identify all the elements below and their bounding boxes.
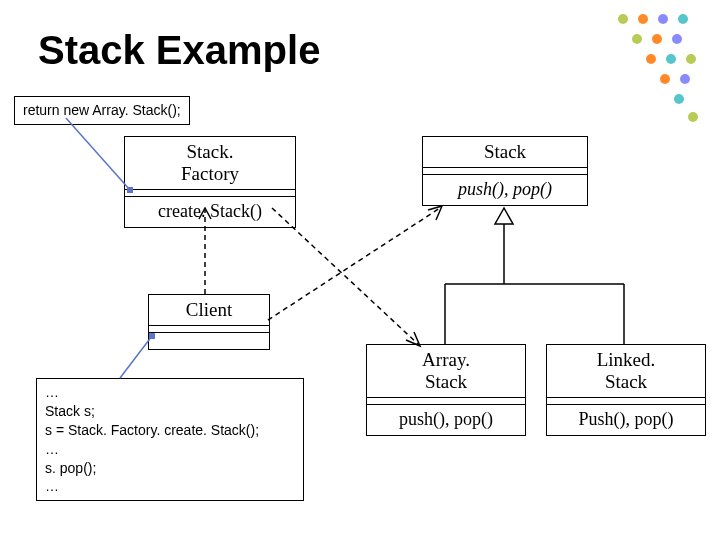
class-attr-compartment [149,326,269,333]
class-name: Linked. Stack [547,345,705,398]
client-note-line: … [45,477,295,496]
class-linked-stack: Linked. Stack Push(), pop() [546,344,706,436]
class-attr-compartment [125,190,295,197]
class-name: Stack [423,137,587,168]
class-attr-compartment [423,168,587,175]
class-client: Client [148,294,270,350]
client-note-line: Stack s; [45,402,295,421]
client-note-line: s. pop(); [45,459,295,478]
corner-dots [578,8,708,128]
class-ops: push(), pop() [423,175,587,205]
client-note-line: … [45,440,295,459]
class-ops: create. Stack() [125,197,295,227]
client-note-line: … [45,383,295,402]
class-attr-compartment [367,398,525,405]
svg-line-6 [272,208,418,344]
class-ops [149,333,269,349]
class-ops: push(), pop() [367,405,525,435]
svg-marker-11 [495,208,513,224]
class-name: Array. Stack [367,345,525,398]
note-factory-return: return new Array. Stack(); [14,96,190,125]
slide-title: Stack Example [38,28,320,73]
class-name: Client [149,295,269,326]
svg-line-0 [66,118,130,190]
class-ops: Push(), pop() [547,405,705,435]
note-client-code: … Stack s; s = Stack. Factory. create. S… [36,378,304,501]
class-stack: Stack push(), pop() [422,136,588,206]
class-stack-factory: Stack. Factory create. Stack() [124,136,296,228]
class-name: Stack. Factory [125,137,295,190]
class-attr-compartment [547,398,705,405]
class-array-stack: Array. Stack push(), pop() [366,344,526,436]
client-note-line: s = Stack. Factory. create. Stack(); [45,421,295,440]
